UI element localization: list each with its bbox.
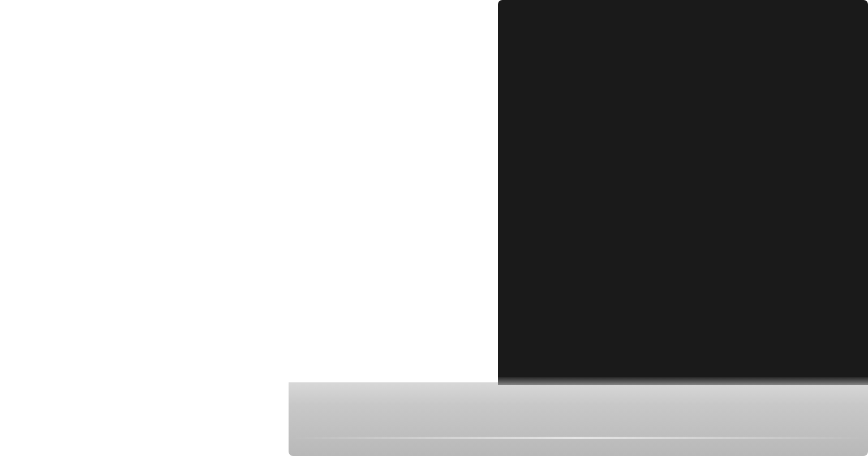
laptop-screen-bezel: Tasks Feel blue Feel red	[498, 0, 868, 385]
laptop-hinge	[498, 377, 868, 385]
laptop-shine	[289, 437, 868, 439]
laptop-keyboard-base	[289, 382, 868, 456]
